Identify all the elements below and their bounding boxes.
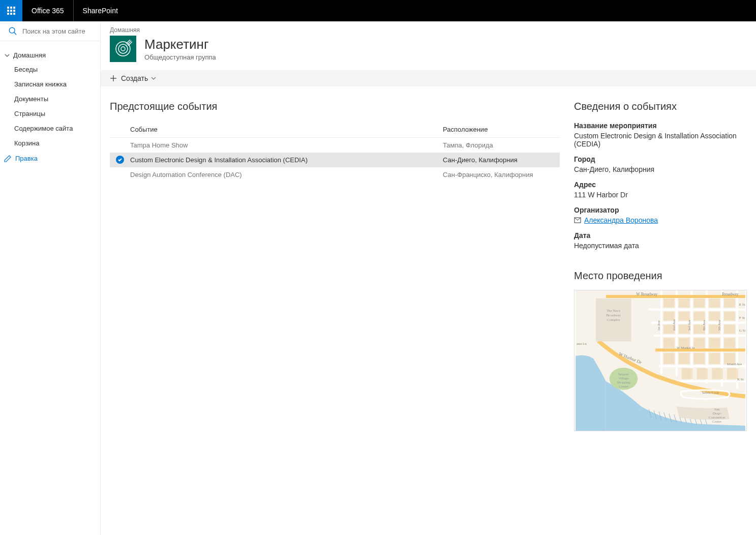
nav-item-conversations[interactable]: Беседы — [0, 62, 100, 77]
target-icon — [114, 40, 132, 58]
cell-event: Design Automation Conference (DAC) — [130, 171, 443, 179]
field-label-date: Дата — [574, 231, 747, 240]
svg-rect-70 — [709, 353, 720, 364]
venue-map[interactable]: W Broadway Broadway E St F St G St W Har… — [574, 290, 747, 431]
table-header: Событие Расположение — [110, 122, 560, 138]
svg-rect-5 — [13, 10, 15, 12]
cell-location: Сан-Франциско, Калифорния — [443, 171, 560, 179]
events-title: Предстоящие события — [110, 101, 560, 112]
page-title: Маркетинг — [144, 37, 216, 52]
field-label-organizer: Организатор — [574, 206, 747, 214]
table-row[interactable]: Design Automation Conference (DAC) Сан-Ф… — [110, 167, 560, 182]
svg-rect-4 — [10, 10, 12, 12]
svg-rect-51 — [724, 299, 735, 308]
svg-rect-49 — [694, 299, 705, 308]
cell-event: Custom Electronic Design & Installation … — [130, 156, 443, 164]
svg-rect-8 — [13, 13, 15, 15]
col-header-location[interactable]: Расположение — [443, 126, 560, 133]
nav-root-home[interactable]: Домашняя — [0, 48, 100, 62]
svg-text:Island Ave: Island Ave — [727, 362, 742, 366]
nav-edit-label: Правка — [15, 155, 38, 162]
svg-rect-62 — [663, 338, 675, 348]
search-box[interactable] — [0, 21, 100, 41]
app-launcher-button[interactable] — [0, 0, 22, 21]
svg-rect-67 — [663, 353, 675, 364]
svg-text:4th Ave: 4th Ave — [702, 320, 706, 331]
nav-item-site-contents[interactable]: Содержимое сайта — [0, 121, 100, 136]
svg-text:W Broadway: W Broadway — [636, 292, 657, 296]
events-table: Событие Расположение Tampa Home Show Там… — [110, 122, 560, 182]
svg-rect-56 — [724, 312, 735, 321]
svg-rect-7 — [10, 13, 12, 15]
svg-rect-61 — [724, 325, 735, 334]
nav-item-recycle-bin[interactable]: Корзина — [0, 136, 100, 151]
nav-item-notebook[interactable]: Записная книжка — [0, 77, 100, 92]
organizer-link[interactable]: Александра Воронова — [584, 216, 658, 224]
page-header: Маркетинг Общедоступная группа — [101, 36, 756, 70]
site-logo[interactable] — [110, 36, 136, 62]
svg-text:W Market St: W Market St — [677, 346, 695, 350]
nav: Домашняя Беседы Записная книжка Документ… — [0, 41, 100, 166]
svg-rect-74 — [712, 368, 723, 379]
search-input[interactable] — [22, 27, 94, 35]
venue-title: Место проведения — [574, 270, 747, 282]
svg-rect-47 — [663, 299, 675, 308]
checkmark-icon — [116, 156, 124, 164]
svg-rect-55 — [709, 312, 720, 321]
field-label-name: Название мероприятия — [574, 122, 747, 130]
col-header-event[interactable]: Событие — [130, 126, 443, 133]
svg-text:5th Ave: 5th Ave — [717, 320, 721, 331]
svg-point-13 — [121, 47, 125, 51]
waffle-icon — [7, 7, 15, 15]
svg-rect-69 — [694, 353, 705, 364]
svg-text:K St: K St — [737, 377, 744, 381]
svg-rect-72 — [682, 368, 693, 379]
nav-item-pages[interactable]: Страницы — [0, 106, 100, 121]
svg-rect-65 — [709, 338, 720, 348]
svg-text:1st Ave: 1st Ave — [657, 320, 661, 331]
svg-text:F St: F St — [739, 316, 745, 320]
svg-line-10 — [14, 33, 17, 35]
svg-rect-53 — [679, 312, 690, 321]
plus-icon — [110, 75, 117, 82]
chevron-down-icon — [151, 76, 156, 81]
mail-icon — [574, 217, 581, 223]
map-image: W Broadway Broadway E St F St G St W Har… — [574, 290, 746, 431]
svg-text:E St: E St — [739, 303, 745, 307]
nav-edit-button[interactable]: Правка — [0, 151, 100, 166]
create-button[interactable]: Создать — [110, 74, 160, 82]
svg-rect-64 — [694, 338, 705, 348]
svg-point-9 — [9, 27, 15, 33]
cell-location: Сан-Диего, Калифорния — [443, 156, 560, 164]
field-label-city: Город — [574, 155, 747, 163]
svg-rect-73 — [697, 368, 708, 379]
svg-text:The NavyBroadwayComplex: The NavyBroadwayComplex — [606, 309, 621, 322]
search-icon — [8, 26, 17, 36]
svg-text:3rd Ave: 3rd Ave — [687, 320, 691, 331]
main: Домашняя Маркетинг Общедоступная группа … — [101, 21, 756, 535]
app-name-label[interactable]: SharePoint — [74, 7, 127, 15]
nav-root-label: Домашняя — [13, 51, 46, 59]
svg-rect-1 — [10, 7, 12, 9]
svg-point-12 — [118, 44, 128, 53]
svg-rect-3 — [7, 10, 9, 12]
svg-rect-2 — [13, 7, 15, 9]
brand-label[interactable]: Office 365 — [22, 0, 74, 21]
svg-rect-66 — [724, 338, 735, 348]
cell-location: Тампа, Флорида — [443, 141, 560, 149]
svg-line-14 — [127, 41, 131, 45]
svg-rect-68 — [679, 353, 690, 364]
field-value-city: Сан-Диего, Калифорния — [574, 165, 747, 173]
field-label-address: Адрес — [574, 181, 747, 189]
breadcrumb[interactable]: Домашняя — [101, 21, 756, 36]
svg-text:una Ln: una Ln — [577, 342, 587, 346]
svg-text:2nd Ave: 2nd Ave — [672, 319, 676, 331]
table-row[interactable]: Tampa Home Show Тампа, Флорида — [110, 138, 560, 153]
cell-event: Tampa Home Show — [130, 141, 443, 149]
chevron-down-icon — [4, 52, 10, 58]
nav-item-documents[interactable]: Документы — [0, 92, 100, 106]
svg-rect-50 — [709, 299, 720, 308]
events-list-panel: Предстоящие события Событие Расположение… — [110, 101, 560, 431]
table-row[interactable]: Custom Electronic Design & Installation … — [110, 153, 560, 167]
svg-rect-54 — [694, 312, 705, 321]
